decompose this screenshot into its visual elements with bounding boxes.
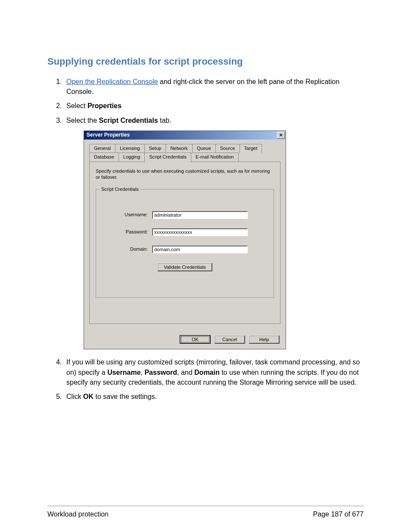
section-heading: Supplying credentials for script process… bbox=[47, 56, 364, 67]
step-5: Click OK to save the settings. bbox=[64, 392, 364, 401]
username-field[interactable] bbox=[152, 211, 248, 219]
tab-email-notification[interactable]: E-mail Notification bbox=[191, 152, 239, 162]
tab-source[interactable]: Source bbox=[215, 144, 240, 153]
tab-network[interactable]: Network bbox=[165, 144, 192, 153]
tab-panel: Specify credentials to use when executin… bbox=[89, 162, 280, 324]
instruction-text: Specify credentials to use when executin… bbox=[96, 168, 274, 181]
step-3: Select the Script Credentials tab. Serve… bbox=[64, 115, 364, 350]
tab-setup[interactable]: Setup bbox=[144, 144, 166, 153]
tab-queue[interactable]: Queue bbox=[192, 144, 216, 153]
tab-database[interactable]: Database bbox=[89, 152, 119, 162]
tab-row-1: General Licensing Setup Network Queue So… bbox=[89, 144, 280, 153]
script-credentials-groupbox: Script Credentials Username: Password: bbox=[96, 189, 274, 298]
cancel-button[interactable]: Cancel bbox=[214, 335, 245, 344]
tab-general[interactable]: General bbox=[89, 144, 115, 153]
close-icon[interactable]: ✕ bbox=[277, 132, 285, 139]
tab-target[interactable]: Target bbox=[240, 144, 262, 153]
help-button[interactable]: Help bbox=[249, 335, 280, 344]
tab-script-credentials[interactable]: Script Credentials bbox=[144, 152, 191, 162]
properties-bold: Properties bbox=[87, 102, 121, 109]
dialog-titlebar: Server Properties ✕ bbox=[84, 131, 286, 140]
server-properties-dialog-screenshot: Server Properties ✕ General Licensing Se… bbox=[84, 131, 285, 350]
tab-licensing[interactable]: Licensing bbox=[115, 144, 144, 153]
page-footer: Workload protection Page 187 of 677 bbox=[47, 506, 364, 518]
footer-left: Workload protection bbox=[47, 510, 109, 518]
groupbox-legend: Script Credentials bbox=[100, 186, 140, 193]
ok-button[interactable]: OK bbox=[180, 335, 211, 344]
validate-credentials-button[interactable]: Validate Credentials bbox=[157, 263, 212, 271]
tab-row-2: Database Logging Script Credentials E-ma… bbox=[89, 152, 280, 162]
password-label: Password: bbox=[105, 229, 152, 236]
steps-list: Open the Replication Console and right-c… bbox=[52, 77, 364, 401]
username-label: Username: bbox=[105, 212, 152, 218]
domain-field[interactable] bbox=[152, 246, 248, 253]
step-1: Open the Replication Console and right-c… bbox=[64, 77, 364, 96]
domain-label: Domain: bbox=[105, 246, 152, 253]
footer-right: Page 187 of 677 bbox=[313, 510, 364, 518]
step-4: If you will be using any customized scri… bbox=[64, 357, 364, 387]
dialog-button-row: OK Cancel Help bbox=[84, 330, 286, 349]
open-replication-console-link[interactable]: Open the Replication Console bbox=[66, 78, 158, 85]
step-2: Select Properties bbox=[64, 101, 364, 111]
tab-logging[interactable]: Logging bbox=[118, 152, 145, 162]
password-field[interactable] bbox=[152, 228, 248, 236]
script-credentials-bold: Script Credentials bbox=[99, 117, 158, 124]
dialog-title: Server Properties bbox=[87, 131, 130, 139]
